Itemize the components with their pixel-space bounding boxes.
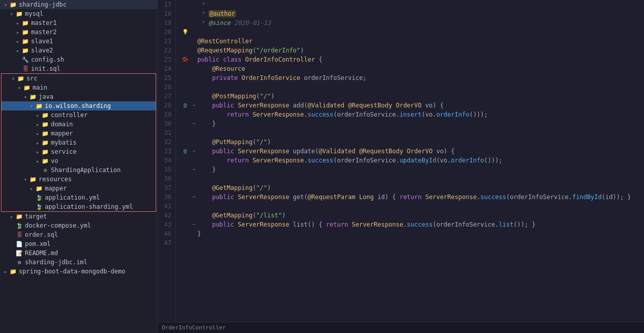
token: OrderVO [396,102,422,109]
lamp-icon: 💡 [180,27,190,37]
line-number-41: 41 [160,202,171,211]
sidebar-item-order.sql[interactable]: 🗄order.sql [0,230,157,239]
token: public [212,193,238,201]
sidebar-item-slave2[interactable]: ▸📁slave2 [0,46,157,55]
folder-icon: 📁 [29,94,37,100]
sidebar-item-java[interactable]: ▾📁java [2,92,156,101]
token [197,102,212,109]
folder-icon: 📁 [41,112,49,119]
sidebar-item-sharding-jdbc[interactable]: ▾📁sharding-jdbc [0,0,157,9]
sidebar-item-master2[interactable]: ▸📁master2 [0,27,157,37]
fold-icon[interactable]: − [190,165,197,174]
line-number-17: 17 [160,0,171,9]
sidebar-item-domain[interactable]: ▸📁domain [2,120,156,129]
sidebar-item-controller[interactable]: ▸📁controller [2,110,156,120]
sidebar-item-label: application.yml [45,194,156,201]
code-line-36 [180,174,644,183]
token: ())); [484,157,503,164]
sidebar-item-pom.xml[interactable]: 📄pom.xml [0,239,157,248]
folder-icon: 📁 [41,158,49,164]
sidebar-item-main[interactable]: ▾📁main [2,83,156,92]
token: orderInfo [451,157,484,164]
token [197,74,212,81]
gutter-empty [180,165,190,174]
sidebar-item-application-sharding.yml[interactable]: 🍃application-sharding.yml [2,202,156,211]
sidebar-item-target[interactable]: ▸📁target [0,212,157,221]
sidebar-item-spring-boot-data-mongodb-demo[interactable]: ▸📁spring-boot-data-mongodb-demo [0,267,157,276]
token: @RequestMapping [197,47,252,54]
gutter-empty [180,92,190,101]
fold-empty [190,46,197,55]
fold-icon[interactable]: − [190,147,197,156]
gutter-empty [180,64,190,73]
token: "/list" [256,212,282,219]
arrow-expanded: ▾ [10,76,17,81]
token: @RequestParam [308,193,356,201]
sidebar-item-slave1[interactable]: ▸📁slave1 [0,37,157,46]
line-number-22: 22 [160,46,171,55]
token: vo) { [432,148,454,155]
token: ( [252,184,256,191]
code-text: return ServerResponse.success(orderInfoS… [197,110,644,119]
token: "/orderInfo" [256,47,301,54]
token: list [499,221,513,228]
fold-empty [190,73,197,82]
sidebar-item-label: main [33,84,156,91]
sidebar-item-README.md[interactable]: 📝README.md [0,248,157,258]
gutter-empty [180,202,190,211]
folder-icon: 📁 [9,2,17,8]
line-number-25: 25 [160,73,171,82]
token: ())); [470,111,488,118]
sidebar-item-label: mapper [45,185,156,192]
sidebar-item-src[interactable]: ▾📁src [2,74,156,83]
sidebar-item-label: README.md [25,249,157,257]
token: class [223,56,245,63]
sidebar-item-config.sh[interactable]: 🔧config.sh [0,55,157,64]
sidebar-item-application.yml[interactable]: 🍃application.yml [2,193,156,202]
folder-icon: 📁 [21,29,30,36]
code-text: @PostMapping("/") [197,92,644,101]
sidebar-item-label: service [51,148,156,155]
code-text: return ServerResponse.success(orderInfoS… [197,156,644,165]
sidebar-item-service[interactable]: ▸📁service [2,147,156,156]
fold-icon[interactable]: − [190,192,197,202]
sidebar: ▾📁sharding-jdbc▾📁mysql▸📁master1▸📁master2… [0,0,158,333]
token: @RequestBody [348,102,392,109]
sidebar-item-master1[interactable]: ▸📁master1 [0,18,157,27]
sidebar-item-init.sql[interactable]: 🗄init.sql [0,64,157,73]
sidebar-item-label: application-sharding.yml [45,203,156,210]
sidebar-item-ShardingApplication[interactable]: ⚙ShardingApplication [2,165,156,175]
token: orderInfo [436,111,470,118]
fold-icon[interactable]: − [190,220,197,229]
line-number-46: 46 [160,229,171,238]
token: ServerResponse [238,221,289,228]
code-line-23: 🫘 public class OrderInfoController { [180,55,644,64]
fold-empty [190,64,197,73]
fold-empty [190,0,197,9]
fold-icon[interactable]: − [190,101,197,110]
sidebar-item-sharding-jdbc.iml[interactable]: ⚙sharding-jdbc.iml [0,258,157,267]
sidebar-item-io.wilson.sharding[interactable]: ▾📁io.wilson.sharding [2,101,156,110]
sidebar-item-label: java [39,93,156,100]
sidebar-item-mapper2[interactable]: ▸📁mapper [2,184,156,193]
code-line-41 [180,202,644,211]
file-xml-icon: 📄 [15,241,23,247]
sidebar-item-docker-compose.yml[interactable]: 🍃docker-compose.yml [0,221,157,230]
sidebar-item-vo[interactable]: ▸📁vo [2,156,156,165]
sidebar-item-mybatis[interactable]: ▸📁mybatis [2,138,156,147]
code-area[interactable]: * * @author * @since 2020-01-13💡 @RestCo… [176,0,644,322]
file-md-icon: 📝 [15,250,23,257]
token: * [197,10,209,17]
arrow-collapsed: ▸ [34,158,41,164]
fold-icon[interactable]: − [190,119,197,128]
sidebar-item-resources[interactable]: ▾📁resources [2,175,156,184]
token: @RequestBody [359,148,403,155]
folder-icon: 📁 [21,38,30,45]
token: } [197,120,216,127]
token: findById [572,193,602,201]
token [197,221,212,228]
sidebar-item-mysql[interactable]: ▾📁mysql [0,9,157,18]
sidebar-item-mapper[interactable]: ▸📁mapper [2,129,156,138]
token: 2020-01-13 [230,19,271,26]
folder-icon: 📁 [21,47,30,54]
